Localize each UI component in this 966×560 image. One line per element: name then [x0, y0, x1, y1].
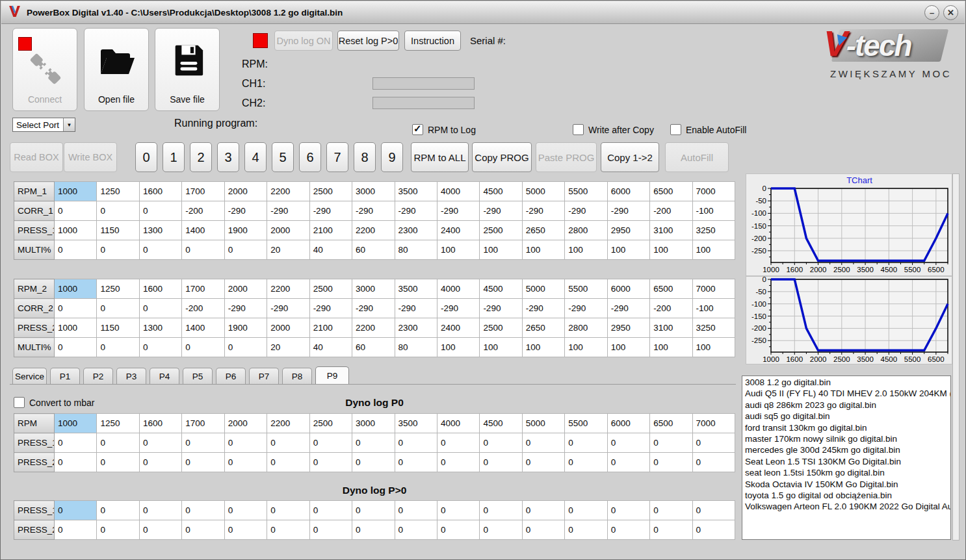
table-cell[interactable]: 40 [309, 240, 352, 260]
table-cell[interactable]: 2200 [352, 318, 395, 338]
table-cell[interactable]: 100 [607, 240, 649, 260]
table-cell[interactable]: 4000 [437, 279, 479, 299]
table-cell[interactable]: -290 [267, 299, 309, 318]
file-list-item[interactable]: mercedes gle 300d 245km go digital.bin [745, 444, 950, 455]
table-cell[interactable]: 0 [97, 453, 139, 472]
table-cell[interactable]: 0 [395, 453, 437, 472]
open-file-button[interactable]: Open file [84, 28, 149, 111]
table-cell[interactable]: 0 [565, 453, 607, 472]
table-cell[interactable]: 0 [480, 453, 522, 472]
table-cell[interactable]: 1700 [182, 182, 224, 201]
file-list-item[interactable]: master 170km nowy silnik go digital.bin [745, 433, 950, 444]
table-cell[interactable]: -290 [480, 201, 522, 221]
table-cell[interactable]: 1900 [224, 221, 267, 240]
file-list-item[interactable]: audi sq5 go digital.bin [745, 411, 950, 422]
table-cell[interactable]: 1700 [182, 414, 224, 433]
table-cell[interactable]: 0 [224, 520, 267, 540]
table-cell[interactable]: 0 [437, 501, 479, 520]
table-cell[interactable]: 0 [692, 453, 735, 472]
table-cell[interactable]: 100 [437, 240, 479, 260]
table-cell[interactable]: -290 [395, 201, 437, 221]
table-cell[interactable]: 5000 [522, 182, 564, 201]
table-cell[interactable]: 0 [55, 453, 97, 472]
table-cell[interactable]: -200 [182, 299, 224, 318]
table-cell[interactable]: -290 [352, 201, 395, 221]
table-cell[interactable]: 1250 [97, 182, 139, 201]
table-cell[interactable]: 0 [55, 338, 97, 357]
table-cell[interactable]: 0 [395, 520, 437, 540]
table-cell[interactable]: 80 [395, 240, 437, 260]
table-cell[interactable]: 5500 [565, 182, 607, 201]
digit-button-5[interactable]: 5 [272, 142, 294, 172]
digit-button-3[interactable]: 3 [217, 142, 239, 172]
table-cell[interactable]: 2200 [267, 414, 309, 433]
table-cell[interactable]: -200 [650, 299, 692, 318]
table-cell[interactable]: 0 [522, 433, 564, 453]
table-cell[interactable]: 1000 [55, 318, 97, 338]
table-cell[interactable]: 6000 [607, 182, 649, 201]
table-cell[interactable]: 2000 [224, 414, 267, 433]
table-cell[interactable]: 0 [139, 201, 181, 221]
copy-prog-button[interactable]: Copy PROG [472, 142, 532, 172]
file-list-item[interactable]: seat leon 1.5tsi 150km go digital.bin [745, 467, 950, 478]
table-cell[interactable]: 0 [139, 299, 181, 318]
tab-p3[interactable]: P3 [116, 368, 146, 385]
table-cell[interactable]: -290 [607, 299, 649, 318]
table-cell[interactable]: -290 [395, 299, 437, 318]
table-cell[interactable]: 4500 [480, 414, 522, 433]
table-cell[interactable]: 0 [97, 299, 139, 318]
file-list-item[interactable]: Volkswagen Arteon FL 2.0 190KM 2022 Go D… [745, 501, 950, 512]
table-cell[interactable]: 2800 [565, 221, 607, 240]
rpm-to-log-checkbox[interactable]: RPM to Log [412, 124, 476, 135]
table-cell[interactable]: -100 [692, 201, 735, 221]
table-cell[interactable]: 0 [55, 433, 97, 453]
table-cell[interactable]: 100 [565, 338, 607, 357]
table-cell[interactable]: 5500 [565, 414, 607, 433]
table-cell[interactable]: 0 [309, 433, 352, 453]
table-cell[interactable]: 20 [267, 338, 309, 357]
table-cell[interactable]: 4000 [437, 182, 479, 201]
reset-log-button[interactable]: Reset log P>0 [337, 31, 399, 51]
table-cell[interactable]: 2500 [309, 414, 352, 433]
tab-p6[interactable]: P6 [216, 368, 246, 385]
table-cell[interactable]: 0 [182, 501, 224, 520]
table-cell[interactable]: 100 [565, 240, 607, 260]
file-list-item[interactable]: Seat Leon 1.5 TSI 130KM Go Digital.bin [745, 456, 950, 467]
table-cell[interactable]: 100 [437, 338, 479, 357]
table-cell[interactable]: 0 [565, 501, 607, 520]
table-cell[interactable]: 2400 [437, 221, 479, 240]
table-cell[interactable]: 0 [97, 520, 139, 540]
table-cell[interactable]: 0 [395, 501, 437, 520]
table-cell[interactable]: 0 [224, 240, 267, 260]
table-cell[interactable]: 0 [97, 501, 139, 520]
table-cell[interactable]: 5000 [522, 414, 564, 433]
tab-service[interactable]: Service [12, 368, 47, 385]
file-list-item[interactable]: toyota 1.5 go digital od obciążenia.bin [745, 490, 950, 501]
table-cell[interactable]: 60 [352, 240, 395, 260]
table-cell[interactable]: -290 [565, 201, 607, 221]
table-cell[interactable]: 60 [352, 338, 395, 357]
table-cell[interactable]: 0 [522, 520, 564, 540]
table-cell[interactable]: 4500 [480, 182, 522, 201]
minimize-button[interactable]: – [924, 5, 939, 20]
table-cell[interactable]: 20 [267, 240, 309, 260]
table-cell[interactable]: 0 [139, 338, 181, 357]
table-cell[interactable]: 6000 [607, 279, 649, 299]
table-cell[interactable]: 2300 [395, 318, 437, 338]
table-cell[interactable]: 1000 [55, 221, 97, 240]
table-cell[interactable]: 0 [224, 338, 267, 357]
table-cell[interactable]: 0 [139, 501, 181, 520]
table-cell[interactable]: 3500 [395, 279, 437, 299]
save-file-button[interactable]: Save file [155, 28, 220, 111]
table-cell[interactable]: 0 [522, 453, 564, 472]
table-cell[interactable]: 100 [522, 338, 564, 357]
table-cell[interactable]: 0 [522, 501, 564, 520]
table-cell[interactable]: 0 [139, 433, 181, 453]
table-cell[interactable]: 0 [650, 453, 692, 472]
instruction-button[interactable]: Instruction [404, 31, 461, 51]
table-cell[interactable]: 0 [650, 433, 692, 453]
tab-p2[interactable]: P2 [83, 368, 113, 385]
table-cell[interactable]: 0 [437, 453, 479, 472]
table-cell[interactable]: 3100 [650, 221, 692, 240]
table-cell[interactable]: 2500 [309, 182, 352, 201]
